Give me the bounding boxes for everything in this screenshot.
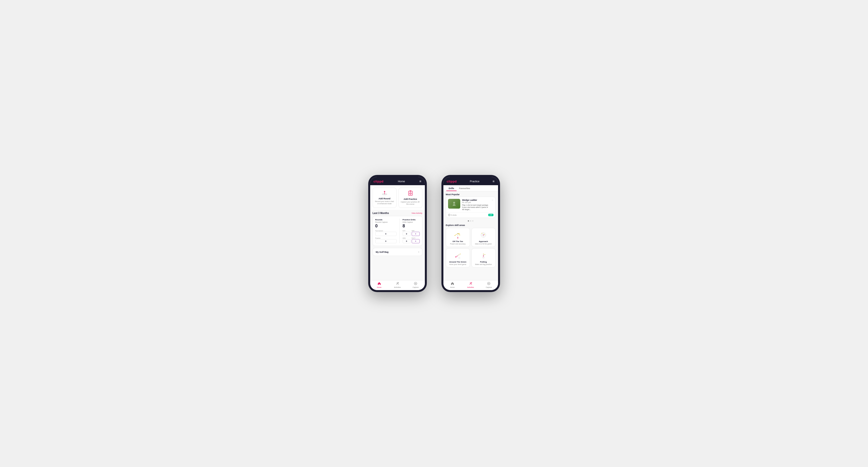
arg-label: ARG [403, 238, 411, 239]
featured-card-inner: Wedge Ladder 50–100 yds Play 1 shot at e… [446, 197, 495, 213]
putt-value: 4 [412, 239, 420, 243]
most-popular-label: Most Popular [443, 191, 498, 197]
drills-big-number: 8 [403, 223, 420, 229]
tournament-value: 0 [375, 232, 397, 236]
svg-point-22 [459, 233, 460, 234]
featured-footer: 9 shots APP [446, 213, 495, 218]
practice-nav-activities[interactable]: Activities [461, 282, 480, 288]
shots-label: 9 shots [448, 214, 457, 216]
stats-grid: Rounds Rounds Capture 0 Tournament 0 [375, 219, 420, 243]
nav-activities-label: Activities [394, 286, 401, 288]
practice-nav-home-icon [451, 282, 454, 286]
featured-yardage: 50–100 yds [462, 201, 490, 203]
nav-home-icon [377, 282, 381, 286]
practice-mini-row: Practice 0 [375, 238, 397, 243]
nav-activities-icon [396, 282, 399, 286]
tournament-label: Tournament [375, 230, 397, 231]
svg-rect-4 [410, 191, 411, 191]
add-round-title: Add Round [375, 197, 394, 200]
featured-thumb [448, 199, 460, 209]
nav-activities[interactable]: Activities [388, 282, 407, 288]
practice-menu-button[interactable]: ≡ [492, 179, 494, 183]
approach-title: Approach [474, 240, 493, 243]
app-value: 4 [412, 232, 420, 236]
home-header: clippd Home ≡ [370, 177, 425, 185]
nav-capture-label: Capture [413, 286, 419, 288]
practice-header: clippd Practice ≡ [443, 177, 498, 185]
skill-around-green[interactable]: Around The Green Hone your short game [446, 248, 470, 268]
add-practice-subtitle: Capture your practice off-the-course [401, 201, 420, 205]
svg-point-12 [453, 202, 455, 204]
app-stat: APP 4 [412, 230, 420, 236]
add-round-subtitle: Record your shots in fast or enhanced mo… [375, 200, 394, 205]
home-content: Add Round Record your shots in fast or e… [370, 185, 425, 280]
rounds-mini-row: Tournament 0 [375, 230, 397, 236]
practice-value: 0 [375, 239, 397, 243]
home-bottom-nav: Home Activities Capture [370, 280, 425, 290]
ott-label: OTT [403, 230, 411, 231]
svg-point-21 [460, 235, 460, 236]
golf-bag-row[interactable]: My Golf Bag › [373, 248, 423, 256]
rounds-col: Rounds Rounds Capture 0 Tournament 0 [375, 219, 397, 243]
drills-mini-row-1: OTT 0 APP 4 [403, 230, 420, 236]
nav-home-label: Home [377, 286, 381, 288]
add-round-card[interactable]: Add Round Record your shots in fast or e… [373, 188, 397, 208]
skill-approach[interactable]: Approach Dial-in to hit the green [471, 228, 496, 247]
svg-line-37 [456, 256, 457, 257]
atg-subtitle: Hone your short game [448, 263, 468, 265]
putt-subtitle: Make and lag practice [474, 263, 493, 265]
approach-subtitle: Dial-in to hit the green [474, 243, 493, 245]
drills-col: Practice Drills Drills Capture 8 OTT 0 [401, 219, 420, 243]
svg-point-40 [459, 257, 460, 259]
explore-label: Explore skill areas [443, 223, 498, 228]
drills-mini-row-2: ARG 0 PUTT 4 [403, 238, 420, 243]
featured-title: Wedge Ladder [462, 199, 490, 201]
svg-point-8 [398, 282, 399, 283]
stats-card: Rounds Rounds Capture 0 Tournament 0 [373, 216, 423, 246]
home-menu-button[interactable]: ≡ [419, 179, 421, 183]
practice-nav-capture[interactable]: Capture [480, 282, 498, 288]
golf-bag-title: My Golf Bag [376, 251, 389, 253]
home-logo: clippd [374, 180, 383, 183]
practice-tabs: Drills Favourites [443, 185, 498, 191]
star-icon[interactable]: ☆ [492, 199, 493, 201]
featured-description: Play 1 shot at each target yardage. If y… [462, 204, 490, 211]
nav-capture-icon [414, 282, 417, 286]
putt-stat: PUTT 4 [412, 238, 420, 243]
view-activity-link[interactable]: View Activity [411, 212, 422, 214]
svg-point-32 [483, 235, 484, 236]
practice-label: Practice [375, 238, 397, 239]
nav-home[interactable]: Home [370, 282, 389, 288]
tab-drills[interactable]: Drills [446, 185, 457, 191]
featured-thumb-img [448, 199, 460, 209]
tournament-stat: Tournament 0 [375, 230, 397, 236]
nav-capture[interactable]: Capture [407, 282, 425, 288]
skill-putting[interactable]: Putting Make and lag practice [471, 248, 496, 268]
ott-value: 0 [403, 232, 411, 236]
practice-stat: Practice 0 [375, 238, 397, 243]
practice-bottom-nav: Home Activities Capture [443, 280, 498, 290]
rounds-big-number: 0 [375, 223, 397, 229]
tab-favourites[interactable]: Favourites [457, 185, 473, 191]
app-label: APP [412, 230, 420, 231]
practice-nav-home[interactable]: Home [443, 282, 462, 288]
featured-drill-card[interactable]: Wedge Ladder 50–100 yds Play 1 shot at e… [446, 197, 496, 218]
svg-point-20 [455, 235, 455, 236]
atg-icon-area [448, 251, 468, 260]
drills-capture-label: Drills Capture [403, 221, 420, 223]
featured-info: Wedge Ladder 50–100 yds Play 1 shot at e… [462, 199, 490, 211]
phone-home: clippd Home ≡ [368, 175, 427, 292]
practice-content: Most Popular We [443, 191, 498, 280]
golf-bag-chevron: › [418, 251, 419, 253]
skill-off-the-tee[interactable]: Off The Tee Power and accuracy [446, 228, 470, 247]
approach-icon-area [474, 230, 493, 239]
add-practice-card[interactable]: Add Practice Capture your practice off-t… [399, 188, 423, 208]
add-practice-icon [401, 190, 420, 197]
off-tee-subtitle: Power and accuracy [448, 243, 468, 245]
svg-point-31 [484, 234, 485, 235]
arg-stat: ARG 0 [403, 238, 411, 243]
practice-nav-activities-label: Activities [467, 286, 474, 288]
off-tee-title: Off The Tee [448, 240, 468, 243]
svg-line-38 [457, 255, 459, 256]
atg-title: Around The Green [448, 261, 468, 263]
